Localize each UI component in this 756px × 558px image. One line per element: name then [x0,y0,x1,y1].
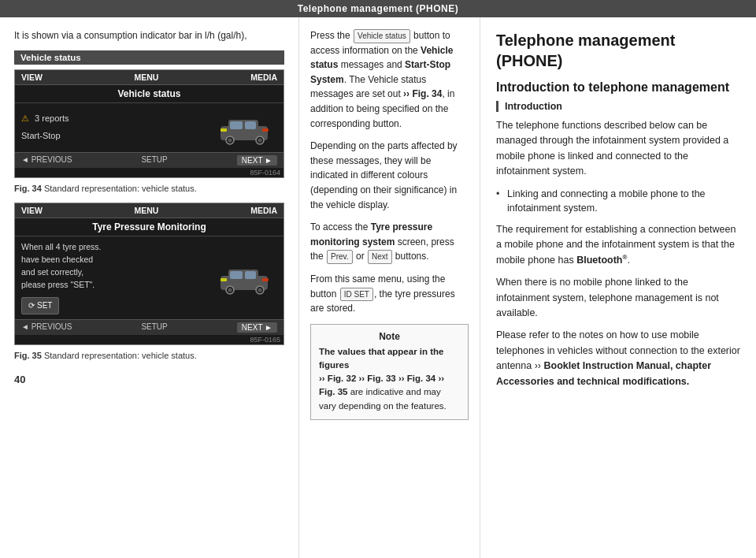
tyre-screen: VIEW MENU MEDIA Tyre Pressure Monitoring… [14,203,284,345]
screen2-setup-btn[interactable]: SETUP [141,322,167,333]
middle-column: Press the Vehicle status button to acces… [299,17,480,558]
screen2-tab-media[interactable]: MEDIA [250,206,277,215]
note-box: Note The values that appear in the figur… [310,324,469,420]
svg-rect-2 [230,121,243,129]
svg-rect-9 [262,128,269,132]
screen2-title: Tyre Pressure Monitoring [15,218,284,236]
screen1-body: ⚠ 3 reports Start-Stop [15,103,284,152]
tyre-info-text: When all 4 tyre press.have been checkeda… [21,241,214,291]
car-svg [217,110,276,146]
start-stop-text: Start-Stop [21,131,61,140]
screen1-car-image [214,108,277,147]
page-number: 40 [14,370,284,389]
screen1-info: ⚠ 3 reports Start-Stop [21,112,214,143]
tyre-set-inner: ⟳ SET [21,294,214,314]
screen2-prev-btn[interactable]: ◄ PREVIOUS [21,322,72,333]
right-para4: Please refer to the notes on how to use … [496,328,740,389]
section-bar-label: Introduction [505,101,562,112]
svg-point-5 [228,138,232,142]
screen1-next-btn[interactable]: NEXT ► [237,155,277,166]
fig34-bold: Fig. 34 [14,184,42,193]
mid-para2: Depending on the parts affected by these… [310,139,469,212]
screen2-info: When all 4 tyre press.have been checkeda… [21,241,214,314]
screen2-body: When all 4 tyre press.have been checkeda… [15,236,284,319]
svg-point-17 [258,288,261,292]
svg-rect-19 [262,278,269,281]
screen1-topbar: VIEW MENU MEDIA [15,70,284,85]
screen1-row1: ⚠ 3 reports [21,112,214,126]
fig34-text: Standard representation: vehicle status. [42,184,197,193]
svg-rect-12 [230,271,243,279]
screen2-topbar: VIEW MENU MEDIA [15,203,284,218]
note-title: Note [319,331,460,342]
right-column: Telephone management(PHONE) Introduction… [480,17,756,558]
page: Telephone management (PHONE) It is shown… [0,0,756,558]
fig35-text: Standard representation: vehicle status. [42,351,197,360]
right-para1: The telephone functions described below … [496,118,740,180]
screen2-tab-menu[interactable]: MENU [135,206,159,215]
svg-rect-18 [220,278,227,281]
prev-btn-inline[interactable]: Prev. [327,250,353,264]
top-bar: Telephone management (PHONE) [0,0,756,17]
svg-rect-13 [245,271,256,279]
note-text: The values that appear in the figures ››… [319,345,460,413]
top-bar-label: Telephone management (PHONE) [298,3,458,14]
right-h2: Introduction to telephone management [496,80,740,95]
screen1-tab-menu[interactable]: MENU [135,73,159,82]
screen1-prev-btn[interactable]: ◄ PREVIOUS [21,155,72,166]
screen1-tab-media[interactable]: MEDIA [250,73,277,82]
vehicle-status-button-inline[interactable]: Vehicle status [354,29,410,43]
screen1-title: Vehicle status [15,85,284,103]
bluetooth-label: Bluetooth® [576,255,627,266]
screen1-watermark: 85F-0164 [15,168,284,177]
fig35-bold: Fig. 35 [14,351,42,360]
set-label: SET [37,299,52,312]
mid-para1: Press the Vehicle status button to acces… [310,28,469,131]
set-button[interactable]: ⟳ SET [21,297,59,314]
screen1-setup-btn[interactable]: SETUP [141,155,167,166]
id-set-btn-inline[interactable]: ID SET [340,288,373,302]
screen1-bottombar: ◄ PREVIOUS SETUP NEXT ► [15,152,284,168]
mid-para3: To access the Tyre pressure monitoring s… [310,220,469,264]
car-svg2 [217,260,276,296]
screen1-row2: Start-Stop [21,129,214,143]
screen1-tab-view[interactable]: VIEW [21,73,43,82]
warning-icon: ⚠ [21,113,29,123]
vehicle-status-label: Vehicle status [14,50,284,65]
svg-rect-8 [220,128,227,132]
screen2-car-image [214,259,277,298]
section-bar-intro: Introduction [496,101,740,112]
next-btn-inline[interactable]: Next [368,250,392,264]
right-bullet1: Linking and connecting a mobile phone to… [496,187,740,217]
fig34-caption: Fig. 34 Standard representation: vehicle… [14,183,284,195]
screen2-tab-view[interactable]: VIEW [21,206,43,215]
svg-point-15 [228,288,232,292]
fig35-caption: Fig. 35 Standard representation: vehicle… [14,350,284,362]
mid-para4: From this same menu, using the button ID… [310,272,469,316]
right-para3: When there is no mobile phone linked to … [496,275,740,321]
right-para2: The requirement for establishing a conne… [496,222,740,268]
intro-text: It is shown via a consumption indicator … [14,28,284,43]
reports-text: 3 reports [35,113,69,123]
svg-rect-3 [245,121,256,129]
screen2-bottombar: ◄ PREVIOUS SETUP NEXT ► [15,319,284,335]
svg-point-7 [258,138,261,142]
vehicle-status-screen: VIEW MENU MEDIA Vehicle status ⚠ 3 repor… [14,69,284,178]
screen2-next-btn[interactable]: NEXT ► [237,322,277,333]
set-icon: ⟳ [28,299,35,312]
content-area: It is shown via a consumption indicator … [0,17,756,558]
left-column: It is shown via a consumption indicator … [0,17,299,558]
screen2-watermark: 85F-0165 [15,335,284,344]
fig34-ref: ›› Fig. 34 [403,88,442,99]
right-h1: Telephone management(PHONE) [496,30,740,71]
